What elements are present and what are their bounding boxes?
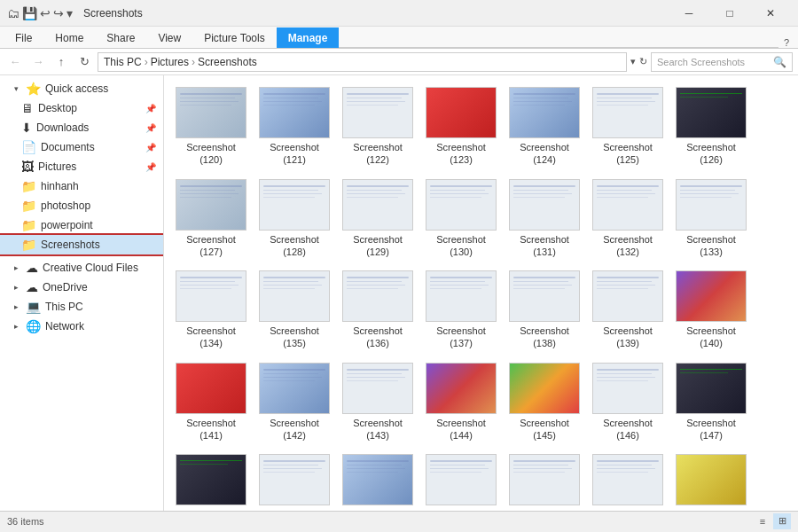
file-item[interactable]: Screenshot (143) bbox=[338, 358, 418, 447]
file-name: Screenshot (125) bbox=[592, 141, 663, 167]
maximize-button[interactable]: □ bbox=[709, 0, 750, 27]
qat-redo[interactable]: ↪ bbox=[53, 6, 64, 20]
documents-icon: 📄 bbox=[21, 140, 36, 154]
sidebar-item-quick-access[interactable]: ▾ ⭐ Quick access bbox=[0, 79, 163, 98]
sidebar-item-thispc[interactable]: ▸ 💻 This PC bbox=[0, 297, 163, 317]
title-bar: 🗂 💾 ↩ ↪ ▾ Screenshots ─ □ ✕ bbox=[0, 0, 798, 27]
tab-view[interactable]: View bbox=[146, 27, 192, 48]
sidebar-item-onedrive[interactable]: ▸ ☁ OneDrive bbox=[0, 278, 163, 297]
sidebar-item-desktop[interactable]: 🖥 Desktop 📌 bbox=[0, 98, 163, 118]
expand-network[interactable]: ▸ bbox=[11, 321, 21, 332]
file-item[interactable]: Screenshot (126) bbox=[671, 82, 751, 171]
file-item[interactable]: Screenshot (133) bbox=[671, 175, 751, 263]
refresh-button[interactable]: ↻ bbox=[74, 52, 94, 72]
forward-button[interactable]: → bbox=[28, 52, 48, 72]
view-options-icon[interactable]: ▾ bbox=[630, 56, 636, 67]
file-item[interactable]: Screenshot (138) bbox=[505, 266, 584, 355]
tab-manage[interactable]: Manage bbox=[277, 27, 340, 48]
file-name: Screenshot (142) bbox=[259, 417, 330, 442]
expand-creative-cloud[interactable]: ▸ bbox=[11, 262, 21, 273]
file-thumbnail bbox=[259, 270, 330, 322]
file-thumbnail bbox=[342, 270, 413, 322]
expand-thispc[interactable]: ▸ bbox=[11, 301, 21, 312]
qat-dropdown[interactable]: ▾ bbox=[66, 6, 73, 20]
file-item[interactable]: Screenshot (134) bbox=[171, 266, 251, 355]
file-item[interactable]: Screenshot (150) bbox=[338, 450, 418, 511]
photoshop-icon: 📁 bbox=[21, 199, 36, 213]
search-box[interactable]: Search Screenshots 🔍 bbox=[651, 52, 793, 72]
sidebar-item-downloads[interactable]: ⬇ Downloads 📌 bbox=[0, 118, 163, 137]
qat-save[interactable]: 💾 bbox=[22, 6, 37, 20]
file-item[interactable]: Screenshot (132) bbox=[588, 175, 668, 263]
tab-picture-tools[interactable]: Picture Tools bbox=[192, 27, 276, 48]
file-thumbnail bbox=[676, 87, 747, 138]
sidebar-item-screenshots[interactable]: 📁 Screenshots bbox=[0, 235, 163, 254]
tab-file[interactable]: File bbox=[4, 27, 43, 48]
expand-onedrive[interactable]: ▸ bbox=[11, 282, 21, 293]
grid-view-button[interactable]: ⊞ bbox=[773, 513, 791, 529]
file-item[interactable]: Screenshot (152) bbox=[505, 450, 584, 511]
pin-icon-desktop: 📌 bbox=[145, 104, 156, 113]
tab-share[interactable]: Share bbox=[95, 27, 146, 48]
file-thumbnail bbox=[342, 454, 413, 505]
sidebar-label-onedrive: OneDrive bbox=[43, 281, 88, 293]
sidebar-item-creative-cloud[interactable]: ▸ ☁ Creative Cloud Files bbox=[0, 258, 163, 278]
file-item[interactable]: Screenshot (127) bbox=[171, 175, 251, 263]
file-item[interactable]: Screenshot (124) bbox=[505, 82, 584, 171]
file-name: Screenshot (126) bbox=[676, 141, 747, 167]
file-item[interactable]: Screenshot (140) bbox=[671, 266, 751, 355]
file-item[interactable]: Screenshot (147) bbox=[671, 358, 751, 447]
file-item[interactable]: Screenshot (137) bbox=[421, 266, 501, 355]
ribbon-help[interactable]: ? bbox=[778, 37, 794, 48]
file-item[interactable]: Screenshot (139) bbox=[588, 266, 668, 355]
file-name: Screenshot (131) bbox=[509, 233, 580, 259]
path-screenshots[interactable]: Screenshots bbox=[198, 56, 257, 68]
file-name: Screenshot (129) bbox=[342, 233, 413, 259]
sidebar-item-network[interactable]: ▸ 🌐 Network bbox=[0, 317, 163, 336]
sidebar-item-pictures[interactable]: 🖼 Pictures 📌 bbox=[0, 157, 163, 176]
sidebar-item-hinhanh[interactable]: 📁 hinhanh bbox=[0, 176, 163, 196]
file-item[interactable]: Screenshot (144) bbox=[421, 358, 501, 447]
qat-undo[interactable]: ↩ bbox=[40, 6, 51, 20]
file-item[interactable]: Screenshot (151) bbox=[421, 450, 501, 511]
file-item[interactable]: Screenshot (128) bbox=[254, 175, 334, 263]
expand-quick-access[interactable]: ▾ bbox=[11, 83, 21, 94]
file-name: Screenshot (141) bbox=[176, 417, 246, 442]
file-item[interactable]: Screenshot (130) bbox=[421, 175, 501, 263]
file-item[interactable]: Screenshot (153) bbox=[588, 450, 668, 511]
file-item[interactable]: Screenshot (154) bbox=[671, 450, 751, 511]
file-thumbnail bbox=[592, 270, 663, 322]
back-button[interactable]: ← bbox=[5, 52, 25, 72]
up-button[interactable]: ↑ bbox=[51, 52, 71, 72]
list-view-button[interactable]: ≡ bbox=[754, 513, 771, 529]
file-item[interactable]: Screenshot (146) bbox=[588, 358, 668, 447]
file-item[interactable]: Screenshot (135) bbox=[254, 266, 334, 355]
close-button[interactable]: ✕ bbox=[750, 0, 791, 27]
file-item[interactable]: Screenshot (125) bbox=[588, 82, 668, 171]
address-path[interactable]: This PC › Pictures › Screenshots bbox=[98, 52, 627, 72]
file-item[interactable]: Screenshot (141) bbox=[171, 358, 251, 447]
path-pictures[interactable]: Pictures bbox=[151, 56, 189, 68]
refresh-path-icon[interactable]: ↻ bbox=[639, 56, 647, 67]
file-item[interactable]: Screenshot (123) bbox=[421, 82, 501, 171]
file-thumbnail bbox=[426, 363, 497, 414]
file-item[interactable]: Screenshot (145) bbox=[505, 358, 584, 447]
file-item[interactable]: Screenshot (131) bbox=[505, 175, 584, 263]
file-item[interactable]: Screenshot (148) bbox=[171, 450, 251, 511]
file-item[interactable]: Screenshot (149) bbox=[254, 450, 334, 511]
path-thispc[interactable]: This PC bbox=[104, 56, 142, 68]
file-item[interactable]: Screenshot (142) bbox=[254, 358, 334, 447]
file-item[interactable]: Screenshot (120) bbox=[171, 82, 251, 171]
file-item[interactable]: Screenshot (121) bbox=[254, 82, 334, 171]
tab-home[interactable]: Home bbox=[43, 27, 95, 48]
sidebar-label-powerpoint: powerpoint bbox=[41, 219, 93, 231]
file-item[interactable]: Screenshot (136) bbox=[338, 266, 418, 355]
file-item[interactable]: Screenshot (122) bbox=[338, 82, 418, 171]
sidebar-item-documents[interactable]: 📄 Documents 📌 bbox=[0, 137, 163, 157]
file-thumbnail bbox=[259, 454, 330, 505]
file-item[interactable]: Screenshot (129) bbox=[338, 175, 418, 263]
minimize-button[interactable]: ─ bbox=[669, 0, 709, 27]
sidebar-item-photoshop[interactable]: 📁 photoshop bbox=[0, 196, 163, 215]
sidebar-item-powerpoint[interactable]: 📁 powerpoint bbox=[0, 215, 163, 235]
file-name: Screenshot (120) bbox=[176, 141, 246, 167]
